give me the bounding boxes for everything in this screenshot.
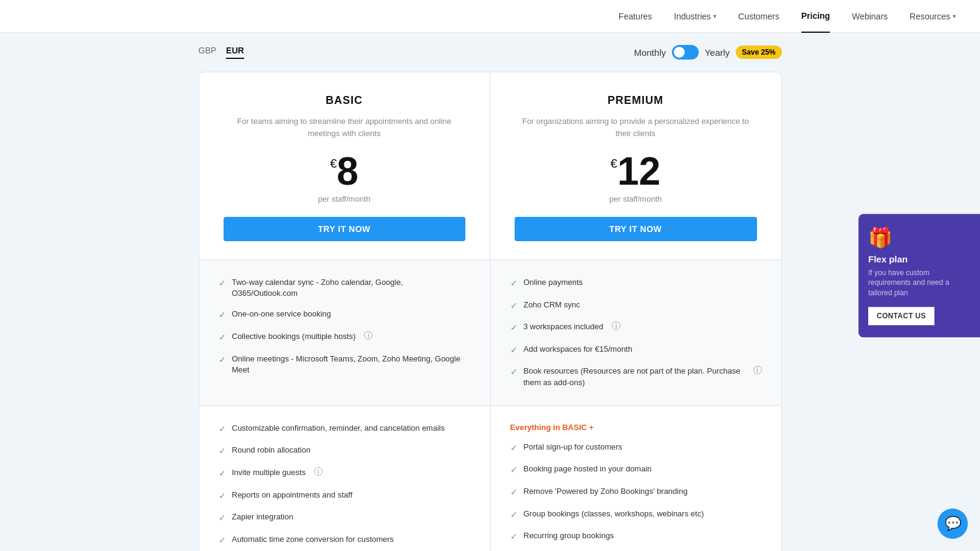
list-item: ✓ Customizable confirmation, reminder, a… [219, 423, 471, 436]
basic-cta-button[interactable]: TRY IT NOW [224, 217, 465, 241]
list-item: ✓ Automatic time zone conversion for cus… [219, 534, 471, 547]
nav-industries[interactable]: Industries ▾ [674, 1, 716, 32]
billing-toggle-group: Monthly Yearly Save 25% [634, 45, 781, 60]
basic-price-amount: 8 [337, 152, 358, 191]
basic-features-bottom: ✓ Customizable confirmation, reminder, a… [199, 406, 490, 551]
check-icon: ✓ [219, 490, 226, 502]
basic-plan-name: BASIC [224, 94, 465, 107]
controls-bar: GBP EUR Monthly Yearly Save 25% [187, 45, 794, 72]
check-icon: ✓ [510, 278, 518, 290]
basic-plan-header: BASIC For teams aiming to streamline the… [199, 72, 490, 260]
list-item: ✓ Zoho CRM sync [510, 299, 762, 312]
premium-features-bottom: Everything in BASIC + ✓ Portal sign-up f… [490, 406, 781, 551]
list-item: ✓ One-on-one service booking [219, 309, 471, 321]
chat-button[interactable]: 💬 [937, 508, 968, 539]
save-badge: Save 25% [736, 46, 781, 59]
chat-icon: 💬 [945, 516, 961, 532]
premium-cta-button[interactable]: TRY IT NOW [515, 217, 757, 241]
basic-price-row: € 8 [224, 152, 465, 191]
basic-plan-desc: For teams aiming to streamline their app… [224, 115, 465, 140]
info-icon[interactable]: i [314, 467, 323, 476]
list-item: ✓ Portal sign-up for customers [510, 442, 762, 454]
basic-currency-symbol: € [330, 157, 337, 171]
industries-chevron-icon: ▾ [713, 13, 716, 19]
list-item: ✓ Round robin allocation [219, 445, 471, 457]
resources-chevron-icon: ▾ [953, 13, 956, 19]
list-item: ✓ Booking page hosted in your domain [510, 464, 762, 476]
check-icon: ✓ [510, 464, 518, 476]
check-icon: ✓ [510, 531, 518, 543]
info-icon[interactable]: i [612, 321, 620, 330]
yearly-label: Yearly [705, 47, 730, 58]
nav-links: Features Industries ▾ Customers Pricing … [618, 0, 956, 33]
list-item: ✓ Zapier integration [219, 512, 471, 524]
nav-webinars[interactable]: Webinars [852, 1, 888, 32]
check-icon: ✓ [219, 468, 226, 480]
premium-currency-symbol: € [611, 157, 617, 171]
check-icon: ✓ [510, 487, 518, 499]
basic-price-period: per staff/month [224, 194, 465, 204]
premium-price-amount: 12 [617, 152, 660, 191]
check-icon: ✓ [219, 278, 226, 290]
currency-eur[interactable]: EUR [226, 46, 244, 59]
premium-plan-desc: For organizations aiming to provide a pe… [515, 115, 757, 140]
list-item: ✓ Collective bookings (multiple hosts) i [219, 331, 471, 344]
list-item: ✓ Two-way calendar sync - Zoho calendar,… [219, 277, 471, 299]
check-icon: ✓ [510, 322, 518, 334]
flex-plan-widget: 🎁 Flex plan If you have custom requireme… [858, 214, 980, 337]
check-icon: ✓ [219, 332, 226, 344]
premium-price-period: per staff/month [515, 194, 757, 204]
list-item: ✓ Book resources (Resources are not part… [510, 366, 762, 388]
premium-plan-header: PREMIUM For organizations aiming to prov… [490, 72, 781, 260]
nav-pricing[interactable]: Pricing [801, 0, 830, 33]
currency-gbp[interactable]: GBP [199, 46, 217, 59]
list-item: ✓ Invite multiple guests i [219, 467, 471, 480]
premium-features-mid: ✓ Online payments ✓ Zoho CRM sync ✓ 3 wo… [490, 260, 781, 406]
list-item: ✓ Remove 'Powered by Zoho Bookings' bran… [510, 486, 762, 499]
everything-in-basic-label: Everything in BASIC + [510, 423, 762, 432]
monthly-label: Monthly [634, 47, 666, 58]
check-icon: ✓ [219, 445, 226, 457]
currency-selector: GBP EUR [199, 46, 244, 59]
list-item: ✓ 3 workspaces included i [510, 321, 762, 334]
check-icon: ✓ [510, 442, 518, 454]
list-item: ✓ Recurring group bookings [510, 530, 762, 543]
check-icon: ✓ [219, 309, 226, 321]
nav-features[interactable]: Features [618, 1, 652, 32]
check-icon: ✓ [219, 354, 226, 366]
info-icon[interactable]: i [753, 366, 762, 374]
list-item: ✓ Online meetings - Microsoft Teams, Zoo… [219, 354, 471, 375]
check-icon: ✓ [219, 535, 226, 547]
premium-price-row: € 12 [515, 152, 757, 191]
toggle-thumb [674, 47, 685, 58]
pricing-cards: BASIC For teams aiming to streamline the… [199, 72, 782, 551]
navbar: Features Industries ▾ Customers Pricing … [0, 0, 980, 33]
check-icon: ✓ [219, 423, 226, 436]
flex-plan-desc: If you have custom requirements and need… [868, 268, 970, 298]
check-icon: ✓ [219, 512, 226, 524]
list-item: ✓ Reports on appointments and staff [219, 490, 471, 502]
billing-toggle[interactable] [672, 45, 699, 60]
info-icon[interactable]: i [364, 331, 372, 340]
main-content: GBP EUR Monthly Yearly Save 25% BASIC Fo… [187, 33, 794, 551]
nav-resources[interactable]: Resources ▾ [910, 1, 956, 32]
check-icon: ✓ [510, 366, 518, 378]
flex-plan-contact-button[interactable]: CONTACT US [868, 307, 934, 325]
basic-features-mid: ✓ Two-way calendar sync - Zoho calendar,… [199, 260, 490, 406]
check-icon: ✓ [510, 344, 518, 357]
nav-customers[interactable]: Customers [738, 1, 780, 32]
check-icon: ✓ [510, 509, 518, 521]
flex-plan-title: Flex plan [868, 254, 970, 264]
flex-plan-icon: 🎁 [868, 226, 970, 249]
list-item: ✓ Add workspaces for €15/month [510, 344, 762, 357]
check-icon: ✓ [510, 300, 518, 312]
premium-plan-name: PREMIUM [515, 94, 757, 107]
list-item: ✓ Group bookings (classes, workshops, we… [510, 508, 762, 521]
list-item: ✓ Online payments [510, 277, 762, 290]
